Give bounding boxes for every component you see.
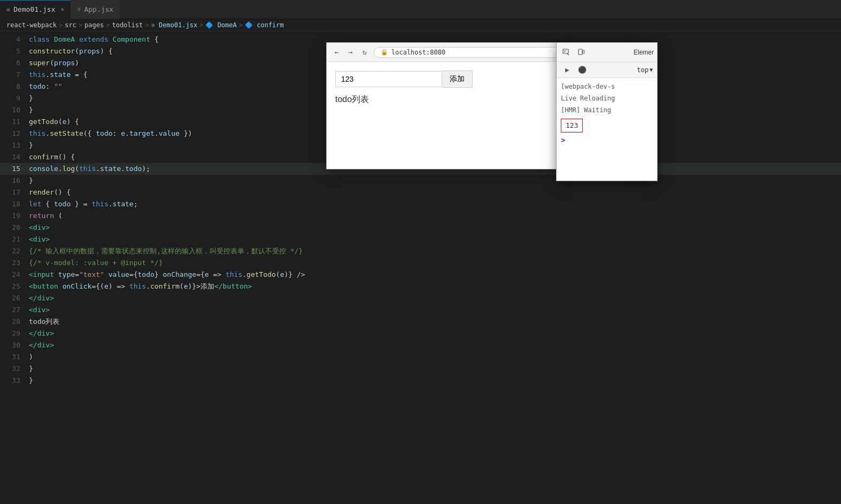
breadcrumb-part-5[interactable]: ⚛ Demo01.jsx (151, 21, 197, 29)
line-16: 16 } (0, 175, 841, 187)
tab-demo01[interactable]: ⚛ Demo01.jsx ✕ (0, 0, 71, 19)
breadcrumb-sep-5: > (199, 21, 203, 29)
browser-url: localhost:8080 (391, 49, 445, 56)
devtools-prompt[interactable]: > (561, 135, 653, 145)
linenum-12: 12 (0, 128, 27, 139)
devtools-toolbar: Elemer (557, 43, 657, 62)
linenum-9: 9 (0, 92, 27, 104)
linecontent-29: </div> (27, 328, 841, 339)
line-21: 21 <div> (0, 234, 841, 245)
linenum-29: 29 (0, 328, 27, 339)
devtools-console-content: [webpack-dev-s Live Reloading [HMR] Wait… (557, 78, 657, 149)
linecontent-24: <input type="text" value={todo} onChange… (27, 269, 841, 281)
browser-forward-button[interactable]: → (346, 48, 356, 57)
breadcrumb-sep-2: > (79, 21, 82, 29)
react-icon-app: ⚛ (77, 5, 81, 13)
linenum-11: 11 (0, 116, 27, 128)
linenum-23: 23 (0, 257, 27, 269)
linecontent-25: <button onClick={(e) => this.confirm(e)}… (27, 281, 841, 292)
devtools-panel: Elemer ▶ ⚫ top ▼ [webpack-dev-s Live Rel… (556, 42, 658, 181)
devtools-log-3: [HMR] Waiting (561, 105, 653, 115)
line-26: 26 </div> (0, 292, 841, 304)
devtools-second-toolbar: ▶ ⚫ top ▼ (557, 62, 657, 78)
line-31: 31 ) (0, 351, 841, 363)
browser-text-input[interactable] (335, 71, 442, 87)
breadcrumb-part-6[interactable]: 🔷 DomeA (205, 21, 236, 29)
linenum-26: 26 (0, 292, 27, 304)
line-29: 29 </div> (0, 328, 841, 339)
linenum-21: 21 (0, 234, 27, 245)
breadcrumb-part-7[interactable]: 🔷 confirm (245, 21, 284, 29)
linenum-15: 15 (0, 163, 27, 175)
react-icon-demo01: ⚛ (6, 6, 10, 13)
line-23: 23 {/* v-model: :value + @input */} (0, 257, 841, 269)
tab-demo01-label: Demo01.jsx (13, 5, 55, 13)
svg-rect-2 (583, 50, 584, 53)
linenum-19: 19 (0, 210, 27, 222)
linecontent-27: <div> (27, 304, 841, 316)
line-32: 32 } (0, 363, 841, 375)
devtools-dropdown-arrow: ▼ (650, 67, 653, 73)
linecontent-30: </div> (27, 339, 841, 351)
line-19: 19 return ( (0, 210, 841, 222)
devtools-block-button[interactable]: ⚫ (576, 64, 589, 76)
linenum-13: 13 (0, 139, 27, 151)
linenum-6: 6 (0, 57, 27, 69)
browser-back-button[interactable]: ← (332, 48, 342, 57)
linecontent-20: <div> (27, 222, 841, 234)
linenum-16: 16 (0, 175, 27, 187)
browser-refresh-button[interactable]: ↻ (360, 48, 369, 57)
linenum-22: 22 (0, 245, 27, 257)
editor-area: 4 class DomeA extends Component { 5 cons… (0, 32, 841, 504)
linenum-10: 10 (0, 104, 27, 116)
line-30: 30 </div> (0, 339, 841, 351)
linecontent-22: {/* 输入框中的数据，需要靠状态来控制,这样的输入框，叫受控表单，默认不受控 … (27, 245, 841, 257)
line-22: 22 {/* 输入框中的数据，需要靠状态来控制,这样的输入框，叫受控表单，默认不… (0, 245, 841, 257)
breadcrumb-part-1[interactable]: react-webpack (6, 21, 57, 29)
breadcrumb-sep-3: > (106, 21, 110, 29)
devtools-console-value: 123 (561, 119, 583, 133)
breadcrumb-part-3[interactable]: pages (84, 21, 104, 29)
devtools-play-button[interactable]: ▶ (561, 64, 574, 76)
svg-rect-0 (563, 49, 568, 53)
breadcrumb-part-4[interactable]: todolist (112, 21, 143, 29)
tab-demo01-close[interactable]: ✕ (61, 6, 65, 13)
linecontent-21: <div> (27, 234, 841, 245)
linecontent-17: render() { (27, 187, 841, 198)
linecontent-32: } (27, 363, 841, 375)
devtools-inspect-button[interactable] (560, 46, 573, 59)
linecontent-28: todo列表 (27, 316, 841, 328)
linecontent-16: } (27, 175, 841, 187)
devtools-elements-tab[interactable]: Elemer (634, 49, 654, 56)
breadcrumb-sep-6: > (239, 21, 243, 29)
line-18: 18 let { todo } = this.state; (0, 198, 841, 210)
linenum-30: 30 (0, 339, 27, 351)
linecontent-19: return ( (27, 210, 841, 222)
linecontent-18: let { todo } = this.state; (27, 198, 841, 210)
breadcrumb-part-2[interactable]: src (65, 21, 76, 29)
devtools-top-dropdown[interactable]: top ▼ (637, 66, 653, 74)
line-28: 28 todo列表 (0, 316, 841, 328)
linenum-8: 8 (0, 81, 27, 92)
linenum-20: 20 (0, 222, 27, 234)
svg-rect-1 (578, 49, 582, 55)
linenum-32: 32 (0, 363, 27, 375)
devtools-console-value-wrapper: 123 (561, 117, 653, 133)
browser-add-button[interactable]: 添加 (442, 71, 473, 88)
line-25: 25 <button onClick={(e) => this.confirm(… (0, 281, 841, 292)
linenum-18: 18 (0, 198, 27, 210)
line-20: 20 <div> (0, 222, 841, 234)
line-33: 33 } (0, 375, 841, 386)
linecontent-26: </div> (27, 292, 841, 304)
linenum-28: 28 (0, 316, 27, 328)
line-17: 17 render() { (0, 187, 841, 198)
breadcrumb-sep-1: > (59, 21, 63, 29)
devtools-device-button[interactable] (575, 46, 588, 59)
tab-bar: ⚛ Demo01.jsx ✕ ⚛ App.jsx (0, 0, 841, 19)
secure-icon: 🔒 (381, 49, 388, 56)
linenum-33: 33 (0, 375, 27, 386)
linenum-27: 27 (0, 304, 27, 316)
linenum-7: 7 (0, 69, 27, 81)
tab-app[interactable]: ⚛ App.jsx (71, 0, 120, 19)
breadcrumb: react-webpack > src > pages > todolist >… (0, 19, 841, 32)
